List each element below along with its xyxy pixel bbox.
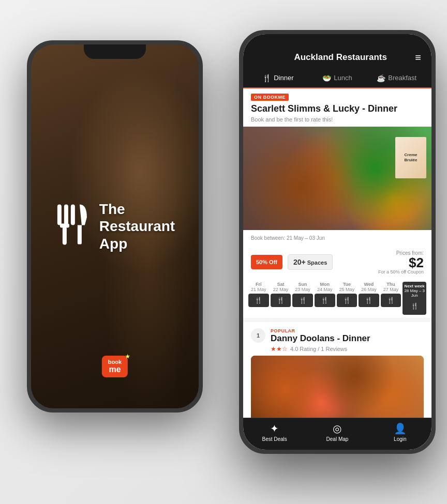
r2-image (251, 356, 424, 418)
featured-image: CremeBrulée (243, 127, 431, 230)
r2-rating: ★★☆ 4.0 Rating / 1 Reviews (271, 345, 424, 353)
r2-header: 1 POPULAR Danny Doolans - Dinner ★★☆ 4.0… (251, 328, 424, 353)
spaces-badge: 20+ Spaces (288, 254, 333, 270)
date-sun[interactable]: Sun 23 May 🍴 (292, 282, 313, 315)
right-screen: Auckland Restaurants ≡ 🍴 Dinner 🥗 Lunch … (243, 34, 431, 450)
lunch-icon: 🥗 (322, 74, 331, 82)
dinner-icon: 🍴 (262, 74, 271, 82)
tab-lunch[interactable]: 🥗 Lunch (308, 69, 367, 87)
notch-right (304, 34, 371, 50)
bookme-star-icon: ★ (125, 354, 130, 359)
featured-subtitle: Book and be the first to rate this! (243, 116, 431, 127)
phone-right: Auckland Restaurants ≡ 🍴 Dinner 🥗 Lunch … (239, 30, 436, 454)
r2-popular-label: POPULAR (271, 328, 424, 333)
restaurant-card-2: 1 POPULAR Danny Doolans - Dinner ★★☆ 4.0… (243, 322, 431, 418)
date-tue[interactable]: Tue 25 May 🍴 (337, 282, 357, 315)
stars-icon: ★★☆ (271, 345, 288, 353)
date-sat[interactable]: Sat 22 May 🍴 (271, 282, 291, 315)
book-info: Book between: 21 May – 03 Jun (243, 230, 431, 246)
tab-bar: 🍴 Dinner 🥗 Lunch ☕ Breakfast (243, 69, 431, 88)
date-row: Fri 21 May 🍴 Sat 22 May 🍴 Sun 23 May (243, 279, 431, 318)
tab-dinner[interactable]: 🍴 Dinner (248, 69, 308, 87)
deal-map-icon: ◎ (333, 422, 341, 435)
price-info: Prices from: $2 For a 50% off Coupon (378, 250, 424, 274)
left-logo: The Restaurant App (55, 200, 175, 252)
breakfast-icon: ☕ (377, 74, 385, 82)
r2-info: POPULAR Danny Doolans - Dinner ★★☆ 4.0 R… (271, 328, 424, 353)
date-mon[interactable]: Mon 24 May 🍴 (315, 282, 335, 315)
app-name-text: The Restaurant App (99, 200, 175, 252)
featured-card: ON BOOKME Scarlett Slimms & Lucky - Dinn… (243, 88, 431, 318)
left-screen: The Restaurant App book me ★ (31, 44, 199, 408)
food-visual-2 (251, 356, 424, 418)
bottom-nav: ✦ Best Deals ◎ Deal Map 👤 Login (243, 418, 431, 450)
rating-text: 4.0 Rating / 1 Reviews (290, 346, 347, 352)
nav-deal-map[interactable]: ◎ Deal Map (306, 422, 368, 442)
deal-row: 50% Off 20+ Spaces Prices from: $2 For a… (243, 246, 431, 279)
tab-breakfast[interactable]: ☕ Breakfast (367, 69, 426, 87)
r2-title: Danny Doolans - Dinner (271, 333, 424, 344)
nav-login[interactable]: 👤 Login (369, 422, 431, 442)
date-thu[interactable]: Thu 27 May 🍴 (381, 282, 401, 315)
svg-rect-0 (57, 205, 62, 225)
fork-icon (55, 202, 91, 251)
phones-container: The Restaurant App book me ★ Auckland Re… (11, 14, 436, 490)
svg-rect-4 (63, 227, 67, 245)
svg-rect-1 (64, 205, 68, 225)
r2-rank: 1 (251, 328, 265, 343)
nav-best-deals[interactable]: ✦ Best Deals (243, 422, 306, 442)
fork-slot-fri: 🍴 (248, 294, 269, 307)
bookme-badge: book me ★ (102, 356, 128, 377)
date-wed[interactable]: Wed 26 May 🍴 (359, 282, 379, 315)
date-fri[interactable]: Fri 21 May 🍴 (248, 282, 269, 315)
login-icon: 👤 (394, 422, 407, 435)
date-next-week[interactable]: Next week 28 May – 3 Jun 🍴 (403, 282, 426, 315)
notch-left (84, 44, 146, 59)
svg-rect-2 (71, 205, 75, 225)
phone-left: The Restaurant App book me ★ (27, 40, 203, 413)
best-deals-icon: ✦ (270, 422, 279, 435)
app-header-title: Auckland Restaurants (266, 52, 415, 63)
app-content: ON BOOKME Scarlett Slimms & Lucky - Dinn… (243, 88, 431, 418)
hamburger-icon[interactable]: ≡ (415, 52, 421, 63)
featured-title: Scarlett Slimms & Lucky - Dinner (243, 103, 431, 116)
off-badge[interactable]: 50% Off (251, 255, 282, 269)
featured-badge: ON BOOKME (251, 94, 289, 101)
